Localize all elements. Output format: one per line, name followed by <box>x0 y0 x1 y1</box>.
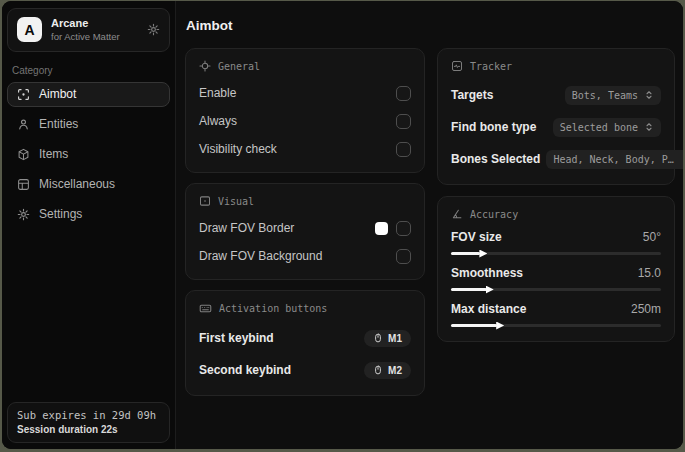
setting-label: Draw FOV Background <box>199 249 322 263</box>
slider-thumb[interactable] <box>486 286 494 294</box>
section-title: General <box>218 61 260 72</box>
crosshair-icon <box>199 60 211 72</box>
setting-row-max-distance: Max distance 250m <box>451 302 661 327</box>
setting-row-find-bone-type: Find bone type Selected bone <box>451 114 661 140</box>
category-label: Category <box>12 65 165 76</box>
tracker-icon <box>451 60 463 72</box>
keyboard-icon <box>199 302 212 315</box>
tracker-card: Tracker Targets Bots, Teams <box>437 48 675 185</box>
setting-label: Draw FOV Border <box>199 221 294 235</box>
targets-dropdown[interactable]: Bots, Teams <box>565 86 661 105</box>
setting-label: Enable <box>199 86 236 100</box>
dropdown-value: Head, Neck, Body, Pe… <box>553 154 675 165</box>
setting-row-fov-border: Draw FOV Border <box>199 217 411 239</box>
setting-label: Targets <box>451 88 493 102</box>
subscription-card: Sub expires in 29d 09h Session duration … <box>7 402 170 443</box>
sidebar-item-entities[interactable]: Entities <box>7 112 170 137</box>
setting-row-fov-size: FOV size 50° <box>451 230 661 255</box>
second-keybind-button[interactable]: M2 <box>364 362 411 379</box>
setting-label: Smoothness <box>451 266 523 280</box>
setting-row-fov-background: Draw FOV Background <box>199 245 411 267</box>
gear-icon <box>17 208 30 221</box>
setting-row-targets: Targets Bots, Teams <box>451 82 661 108</box>
setting-row-smoothness: Smoothness 15.0 <box>451 266 661 291</box>
slider-thumb[interactable] <box>496 322 504 330</box>
smoothness-slider[interactable] <box>451 288 661 291</box>
slider-value: 250m <box>631 302 661 316</box>
sidebar-item-items[interactable]: Items <box>7 142 170 167</box>
cube-icon <box>17 148 30 161</box>
section-title: Accuracy <box>470 209 518 220</box>
app-subtitle: for Active Matter <box>51 31 138 43</box>
main-panel: Aimbot General <box>176 1 683 449</box>
mouse-icon <box>373 365 383 375</box>
session-duration-text: Session duration 22s <box>17 424 160 435</box>
first-keybind-button[interactable]: M1 <box>364 330 411 347</box>
section-title: Visual <box>218 196 254 207</box>
brand-text: Arcane for Active Matter <box>51 17 138 43</box>
frame-icon <box>199 195 211 207</box>
enable-checkbox[interactable] <box>396 86 411 101</box>
sidebar-item-miscellaneous[interactable]: Miscellaneous <box>7 172 170 197</box>
setting-label: Bones Selected <box>451 152 540 166</box>
setting-label: Max distance <box>451 302 526 316</box>
setting-row-visibility-check: Visibility check <box>199 138 411 160</box>
right-column: Tracker Targets Bots, Teams <box>437 48 675 342</box>
slider-fill <box>451 288 487 291</box>
keybind-value: M2 <box>388 365 402 376</box>
slider-fill <box>451 324 497 327</box>
max-distance-slider[interactable] <box>451 324 661 327</box>
visibility-check-checkbox[interactable] <box>396 142 411 157</box>
slider-thumb[interactable] <box>479 250 487 258</box>
sidebar-item-label: Settings <box>39 207 82 221</box>
visual-card: Visual Draw FOV Border Draw FOV Backgrou… <box>185 183 425 280</box>
keybind-value: M1 <box>388 333 402 344</box>
sidebar-item-label: Items <box>39 147 68 161</box>
app-name: Arcane <box>51 17 138 31</box>
sidebar-item-label: Aimbot <box>39 87 76 101</box>
bones-selected-dropdown[interactable]: Head, Neck, Body, Pe… <box>546 150 683 169</box>
setting-row-second-keybind: Second keybind M2 <box>199 357 411 383</box>
unfold-icon <box>644 90 654 100</box>
sidebar-nav: Aimbot Entities Items <box>6 82 171 229</box>
setting-row-first-keybind: First keybind M1 <box>199 325 411 351</box>
setting-row-bones-selected: Bones Selected Head, Neck, Body, Pe… <box>451 146 661 172</box>
fov-background-checkbox[interactable] <box>396 249 411 264</box>
setting-label: Visibility check <box>199 142 277 156</box>
fov-border-checkbox[interactable] <box>396 221 411 236</box>
fov-border-color-swatch[interactable] <box>375 222 388 235</box>
left-column: General Enable Always Visibility check <box>185 48 425 396</box>
sidebar-spacer <box>6 229 171 402</box>
fov-size-slider[interactable] <box>451 252 661 255</box>
section-title: Tracker <box>470 61 512 72</box>
accuracy-card: Accuracy FOV size 50° <box>437 196 675 342</box>
sidebar: A Arcane for Active Matter Category <box>2 1 176 449</box>
app-logo: A <box>17 17 42 42</box>
setting-label: First keybind <box>199 331 274 345</box>
setting-row-always: Always <box>199 110 411 132</box>
sidebar-item-aimbot[interactable]: Aimbot <box>7 82 170 107</box>
gear-icon[interactable] <box>147 23 160 36</box>
sub-expiry-text: Sub expires in 29d 09h <box>17 409 160 421</box>
brand-card: A Arcane for Active Matter <box>7 8 170 52</box>
activation-card: Activation buttons First keybind M1 <box>185 290 425 396</box>
crosshair-scan-icon <box>17 88 30 101</box>
slider-value: 15.0 <box>638 266 661 280</box>
sidebar-item-label: Miscellaneous <box>39 177 115 191</box>
find-bone-type-dropdown[interactable]: Selected bone <box>553 118 661 137</box>
setting-label: Second keybind <box>199 363 291 377</box>
setting-label: Find bone type <box>451 120 536 134</box>
person-icon <box>17 118 30 131</box>
dropdown-value: Bots, Teams <box>572 90 638 101</box>
app-window: A Arcane for Active Matter Category <box>2 1 683 449</box>
setting-label: Always <box>199 114 237 128</box>
layout-grid-icon <box>17 178 30 191</box>
angle-icon <box>451 208 463 220</box>
general-card: General Enable Always Visibility check <box>185 48 425 173</box>
sidebar-item-settings[interactable]: Settings <box>7 202 170 227</box>
dropdown-value: Selected bone <box>560 122 638 133</box>
section-title: Activation buttons <box>219 303 327 314</box>
always-checkbox[interactable] <box>396 114 411 129</box>
setting-label: FOV size <box>451 230 502 244</box>
unfold-icon <box>644 122 654 132</box>
